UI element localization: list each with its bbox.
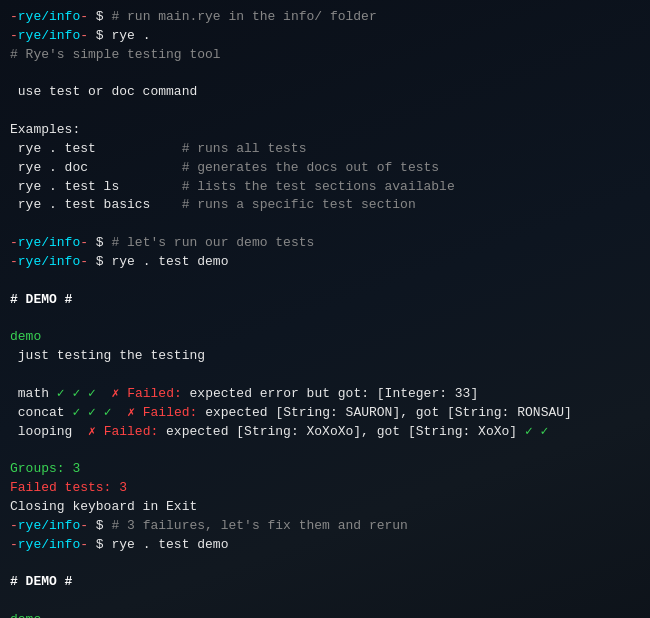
line-14: -rye/info- $ rye . test demo: [10, 253, 640, 272]
line-9: rye . doc # generates the docs out of te…: [10, 159, 640, 178]
terminal-content: -rye/info- $ # run main.rye in the info/…: [10, 8, 640, 618]
line-25-groups: Groups: 3: [10, 460, 640, 479]
line-29: -rye/info- $ rye . test demo: [10, 536, 640, 555]
line-11: rye . test basics # runs a specific test…: [10, 196, 640, 215]
line-4: [10, 65, 640, 84]
line-24: [10, 441, 640, 460]
line-13: -rye/info- $ # let's run our demo tests: [10, 234, 640, 253]
line-22-concat: concat ✓ ✓ ✓ ✗ Failed: expected [String:…: [10, 404, 640, 423]
line-8: rye . test # runs all tests: [10, 140, 640, 159]
line-33-group2: demo: [10, 611, 640, 618]
line-5: use test or doc command: [10, 83, 640, 102]
line-2: -rye/info- $ rye .: [10, 27, 640, 46]
line-23-looping: looping ✗ Failed: expected [String: XoXo…: [10, 423, 640, 442]
terminal-window: -rye/info- $ # run main.rye in the info/…: [0, 0, 650, 618]
line-27: Closing keyboard in Exit: [10, 498, 640, 517]
line-32: [10, 592, 640, 611]
line-26-failed: Failed tests: 3: [10, 479, 640, 498]
line-3: # Rye's simple testing tool: [10, 46, 640, 65]
line-28: -rye/info- $ # 3 failures, let's fix the…: [10, 517, 640, 536]
line-30: [10, 554, 640, 573]
line-7: Examples:: [10, 121, 640, 140]
line-6: [10, 102, 640, 121]
line-1: -rye/info- $ # run main.rye in the info/…: [10, 8, 640, 27]
line-10: rye . test ls # lists the test sections …: [10, 178, 640, 197]
line-21-math: math ✓ ✓ ✓ ✗ Failed: expected error but …: [10, 385, 640, 404]
line-19: just testing the testing: [10, 347, 640, 366]
line-16-section: # DEMO #: [10, 291, 640, 310]
line-17: [10, 310, 640, 329]
line-15: [10, 272, 640, 291]
line-20: [10, 366, 640, 385]
line-12: [10, 215, 640, 234]
line-31-section2: # DEMO #: [10, 573, 640, 592]
line-18-group: demo: [10, 328, 640, 347]
